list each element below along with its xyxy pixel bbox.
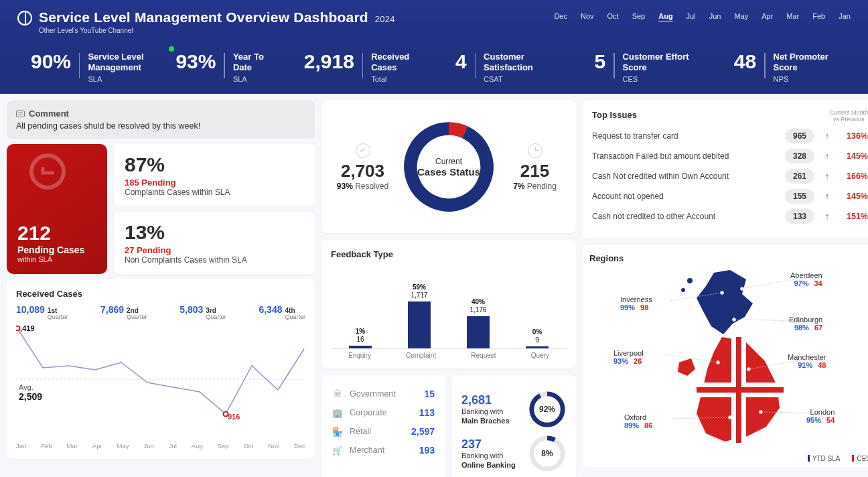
regions-legend: YTD SLA CES <box>589 455 868 462</box>
svg-point-14 <box>687 278 693 283</box>
month-apr[interactable]: Apr <box>762 12 773 21</box>
sector-government: 🏛Government15 <box>331 385 436 403</box>
stat-desc: Complaints Cases within SLA <box>125 188 304 197</box>
pending-card: 212 Pending Cases within SLA <box>7 144 107 274</box>
kpi-5: 48 Net Promoter Score NPS <box>734 50 851 84</box>
feedback-names: EnquiryComplaintRequestQuery <box>331 352 567 359</box>
status-donut: Current Cases Status <box>399 117 499 217</box>
top-issues-subhead: Current Monthvs Previous <box>829 110 868 123</box>
comment-icon <box>16 111 25 117</box>
line-min-label: 916 <box>228 413 240 421</box>
month-nov[interactable]: Nov <box>581 12 594 21</box>
right-column: Top Issues Current Monthvs Previous Requ… <box>583 100 868 477</box>
quarter: 10,0891stQuarter <box>16 304 68 320</box>
quarter: 5,8033rdQuarter <box>179 304 226 320</box>
top-issues-card: Top Issues Current Monthvs Previous Requ… <box>583 100 868 238</box>
arrow-up-icon: ↑ <box>822 171 832 181</box>
pending-label: Pending Cases <box>17 245 96 255</box>
retail-icon: 🏪 <box>332 426 343 437</box>
month-mar[interactable]: Mar <box>786 12 799 21</box>
feedback-title: Feedback Type <box>331 249 567 259</box>
banking-card: 2,681Banking withMain Braches 92%237Bank… <box>452 375 576 477</box>
feedback-bars: 1%1659%1,71740%1,1760%9 <box>331 269 567 349</box>
merch-icon: 🛒 <box>332 445 343 456</box>
month-oct[interactable]: Oct <box>607 12 619 21</box>
page-year: 2024 <box>375 14 395 24</box>
month-jan[interactable]: Jan <box>839 12 851 21</box>
brand: Service Level Management Overview Dashbo… <box>17 9 395 34</box>
comment-text: All pending cases shuld be resolved by t… <box>16 121 305 131</box>
arrow-up-icon: ↑ <box>822 211 832 221</box>
sector-retail: 🏪Retail2,597 <box>331 422 436 441</box>
banking-row: 2,681Banking withMain Braches 92% <box>461 390 567 429</box>
arrow-up-icon: ↑ <box>822 191 832 201</box>
resolved-side: 2,703 93% Resolved <box>331 143 394 191</box>
bar-query: 0%9 <box>517 328 557 348</box>
sectors-card: 🏛Government15🏢Corporate113🏪Retail2,597🛒M… <box>321 375 445 477</box>
stat-complaints: 87% 185 Pending Complaints Cases within … <box>114 144 315 206</box>
regions-card: Regions <box>583 245 868 468</box>
stat-pending: 185 Pending <box>125 178 304 188</box>
bar-enquiry: 1%16 <box>340 328 380 348</box>
bar-complaint: 59%1,717 <box>399 283 439 348</box>
city-inverness: Inverness99%98 <box>620 295 652 312</box>
issue-row: Cash Not credited within Own Account 261… <box>592 169 868 184</box>
arrow-up-icon: ↑ <box>822 151 832 161</box>
month-feb[interactable]: Feb <box>812 12 825 21</box>
issue-row: Request to transfer card 965 ↑ 136% <box>592 129 868 143</box>
city-liverpool: Liverpool93%26 <box>613 349 644 365</box>
status-dot-icon <box>169 46 174 52</box>
line-avg: Avg. 2,509 <box>19 383 42 402</box>
arrow-up-icon: ↑ <box>822 131 832 141</box>
comment-card: Comment All pending cases shuld be resol… <box>7 100 315 139</box>
uk-map: Inverness99%98Aberdeen97%34Edinburgn98%6… <box>589 267 868 452</box>
middle-column: 2,703 93% Resolved Current Cases Status <box>321 100 576 477</box>
kpi-4: 5 Customer Effort Score CES <box>594 50 711 84</box>
month-dec[interactable]: Dec <box>554 12 567 21</box>
resolved-count: 2,703 <box>331 161 394 182</box>
city-edinburgn: Edinburgn98%67 <box>789 316 822 332</box>
month-jul[interactable]: Jul <box>686 12 696 21</box>
month-sep[interactable]: Sep <box>632 12 646 21</box>
left-column: Comment All pending cases shuld be resol… <box>7 100 315 477</box>
sector-corporate: 🏢Corporate113 <box>331 403 436 422</box>
pending-sub: within SLA <box>17 255 96 263</box>
svg-rect-13 <box>736 337 741 443</box>
stat-pending: 27 Pending <box>125 245 304 255</box>
quarter: 7,8692ndQuarter <box>100 304 147 320</box>
top-issues-rows: Request to transfer card 965 ↑ 136%Trans… <box>592 129 868 224</box>
issue-row: Transaction Failed but amount debited 32… <box>592 149 868 163</box>
stat-noncomplaints: 13% 27 Pending Non Complaints Cases with… <box>114 212 315 274</box>
quarter: 6,3484thQuarter <box>259 304 305 320</box>
stat-pct: 13% <box>125 221 304 244</box>
month-tabs: DecNovOctSepAugJulJunMayAprMarFebJan <box>554 12 851 21</box>
kpi-1: 93% Year To Date SLA <box>175 50 281 84</box>
check-icon <box>356 143 370 158</box>
line-axis-x: JanFebMarAprMayJunJulAugSepOctNovDec <box>16 442 305 450</box>
cases-status-card: 2,703 93% Resolved Current Cases Status <box>321 100 576 233</box>
mini-donut: 8% <box>528 434 567 473</box>
city-manchester: Manchester91%48 <box>788 353 826 369</box>
page-title: Service Level Management Overview Dashbo… <box>39 9 395 25</box>
kpi-3: 4 Customer Satisfaction CSAT <box>455 50 572 84</box>
kpi-0: 90% Service Level Management SLA <box>31 50 153 84</box>
city-london: London95%54 <box>806 408 835 424</box>
month-aug[interactable]: Aug <box>658 12 672 21</box>
issue-row: Cash not credited to other Account 133 ↑… <box>592 209 868 224</box>
issue-row: Account not opened 155 ↑ 145% <box>592 189 868 204</box>
pending-side: 215 7% Pending <box>503 143 567 191</box>
kpi-row: 90% Service Level Management SLA93% Year… <box>17 50 851 84</box>
corp-icon: 🏢 <box>332 407 343 418</box>
city-aberdeen: Aberdeen97%34 <box>790 271 822 287</box>
mini-donut: 92% <box>528 390 567 429</box>
page-subtitle: Other Level's YouTube Channel <box>39 27 395 34</box>
month-jun[interactable]: Jun <box>709 12 721 21</box>
received-cases-card: Received Cases 10,0891stQuarter7,8692ndQ… <box>7 279 315 459</box>
stat-pct: 87% <box>125 153 304 176</box>
received-line-chart: 4,419 Avg. 2,509 916 <box>16 326 305 439</box>
logo-icon <box>17 11 32 25</box>
quarters-row: 10,0891stQuarter7,8692ndQuarter5,8033rdQ… <box>16 304 305 320</box>
month-may[interactable]: May <box>734 12 748 21</box>
stat-desc: Non Complaints Cases within SLA <box>125 255 304 265</box>
sector-merchant: 🛒Merchant193 <box>331 441 436 460</box>
